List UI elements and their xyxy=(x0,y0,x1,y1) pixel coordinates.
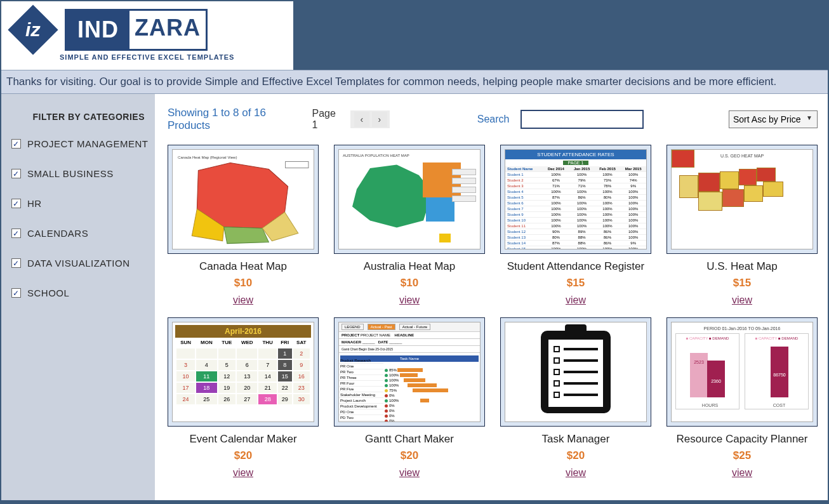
welcome-message: Thanks for visiting. Our goal is to prov… xyxy=(1,70,828,94)
product-thumbnail[interactable]: U.S. GEO HEAT MAP xyxy=(667,145,818,254)
product-view-link[interactable]: view xyxy=(566,467,586,479)
product-thumbnail[interactable]: STUDENT ATTENDANCE RATESPAGE 1Student Na… xyxy=(500,145,651,254)
product-view-link[interactable]: view xyxy=(566,295,586,306)
category-checkbox[interactable]: ✓ xyxy=(11,229,21,238)
header: iz IND ZARA SIMPLE AND EFFECTIVE EXCEL T… xyxy=(1,1,828,70)
category-project-management[interactable]: ✓PROJECT MANAGEMENT xyxy=(11,138,149,149)
logo-tagline: SIMPLE AND EFFECTIVE EXCEL TEMPLATES xyxy=(60,53,281,61)
page-label: Page 1 xyxy=(312,108,342,131)
product-thumbnail[interactable]: Canada Heat Map (Regional View) xyxy=(168,145,319,254)
category-label: DATA VISUALIZATION xyxy=(27,258,130,269)
product-price: $15 xyxy=(733,277,751,289)
product-name: Task Manager xyxy=(542,433,610,446)
category-calendars[interactable]: ✓CALENDARS xyxy=(11,228,149,239)
product-thumbnail[interactable]: PERIOD 01-Jan-2016 TO 09-Jan-2016■ CAPAC… xyxy=(667,317,818,427)
product-view-link[interactable]: view xyxy=(732,467,752,479)
product-name: Gantt Chart Maker xyxy=(365,433,454,446)
product-price: $10 xyxy=(234,277,252,289)
category-label: SCHOOL xyxy=(27,288,69,298)
sidebar: FILTER BY CATEGORIES ✓PROJECT MANAGEMENT… xyxy=(1,94,155,500)
product-price: $20 xyxy=(567,449,585,462)
sort-select[interactable]: Sort Asc by Price xyxy=(729,110,818,128)
product-name: U.S. Heat Map xyxy=(706,260,778,273)
category-checkbox[interactable]: ✓ xyxy=(11,288,21,298)
product-thumbnail[interactable]: LEGENDActual - PastActual - FuturePROJEC… xyxy=(334,317,485,427)
toolbar: Showing 1 to 8 of 16 Products Page 1 ‹ ›… xyxy=(168,107,818,132)
logo: iz IND ZARA SIMPLE AND EFFECTIVE EXCEL T… xyxy=(1,1,293,70)
category-checkbox[interactable]: ✓ xyxy=(11,169,21,178)
category-data-visualization[interactable]: ✓DATA VISUALIZATION xyxy=(11,258,149,269)
product-view-link[interactable]: view xyxy=(399,467,420,479)
catalog: Showing 1 to 8 of 16 Products Page 1 ‹ ›… xyxy=(155,94,828,500)
product-price: $25 xyxy=(733,449,751,462)
category-school[interactable]: ✓SCHOOL xyxy=(11,288,149,298)
logo-zara: ZARA xyxy=(129,11,206,49)
product-name: Resource Capacity Planner xyxy=(677,433,808,446)
product-thumbnail[interactable] xyxy=(500,317,651,427)
logo-ind: IND xyxy=(67,11,129,49)
category-label: PROJECT MANAGEMENT xyxy=(27,138,148,149)
product-name: Australia Heat Map xyxy=(364,260,456,273)
product-name: Canada Heat Map xyxy=(199,260,287,273)
product-view-link[interactable]: view xyxy=(399,295,420,306)
product-price: $15 xyxy=(567,277,585,289)
product-thumbnail[interactable]: April-2016SUNMONTUEWEDTHUFRISAT123456789… xyxy=(168,317,319,427)
category-label: HR xyxy=(27,198,42,209)
product-price: $20 xyxy=(234,449,252,462)
product-price: $10 xyxy=(401,277,418,289)
product-price: $20 xyxy=(401,449,418,462)
logo-mark: iz xyxy=(8,4,58,55)
next-page-button[interactable]: › xyxy=(372,112,387,127)
product-view-link[interactable]: view xyxy=(233,467,253,479)
showing-label: Showing 1 to 8 of 16 Products xyxy=(168,107,300,132)
filter-title: FILTER BY CATEGORIES xyxy=(11,112,149,122)
svg-text:Canada Heat Map (Regional View: Canada Heat Map (Regional View) xyxy=(178,156,237,159)
product-card: April-2016SUNMONTUEWEDTHUFRISAT123456789… xyxy=(168,317,319,479)
product-name: Event Calendar Maker xyxy=(189,433,296,446)
product-card: AUSTRALIA POPULATION HEAT MAPAustralia H… xyxy=(334,145,485,306)
product-card: PERIOD 01-Jan-2016 TO 09-Jan-2016■ CAPAC… xyxy=(667,317,818,479)
category-small-business[interactable]: ✓SMALL BUSINESS xyxy=(11,168,149,179)
category-label: CALENDARS xyxy=(27,228,88,239)
app-window: iz IND ZARA SIMPLE AND EFFECTIVE EXCEL T… xyxy=(1,1,828,500)
category-hr[interactable]: ✓HR xyxy=(11,198,149,209)
product-view-link[interactable]: view xyxy=(233,295,253,306)
search-input[interactable] xyxy=(521,110,644,129)
product-thumbnail[interactable]: AUSTRALIA POPULATION HEAT MAP xyxy=(334,145,485,254)
product-card: STUDENT ATTENDANCE RATESPAGE 1Student Na… xyxy=(500,145,651,306)
product-name: Student Attendance Register xyxy=(507,260,644,273)
category-checkbox[interactable]: ✓ xyxy=(11,258,21,268)
category-label: SMALL BUSINESS xyxy=(27,168,114,179)
product-view-link[interactable]: view xyxy=(732,295,752,306)
product-card: LEGENDActual - PastActual - FuturePROJEC… xyxy=(334,317,485,479)
prev-page-button[interactable]: ‹ xyxy=(354,112,369,127)
product-card: Canada Heat Map (Regional View)Canada He… xyxy=(168,145,319,306)
product-card: Task Manager$20view xyxy=(500,317,651,479)
search-label: Search xyxy=(477,114,510,125)
category-checkbox[interactable]: ✓ xyxy=(11,139,21,149)
category-checkbox[interactable]: ✓ xyxy=(11,199,21,208)
product-card: U.S. GEO HEAT MAPU.S. Heat Map$15view xyxy=(667,145,818,306)
